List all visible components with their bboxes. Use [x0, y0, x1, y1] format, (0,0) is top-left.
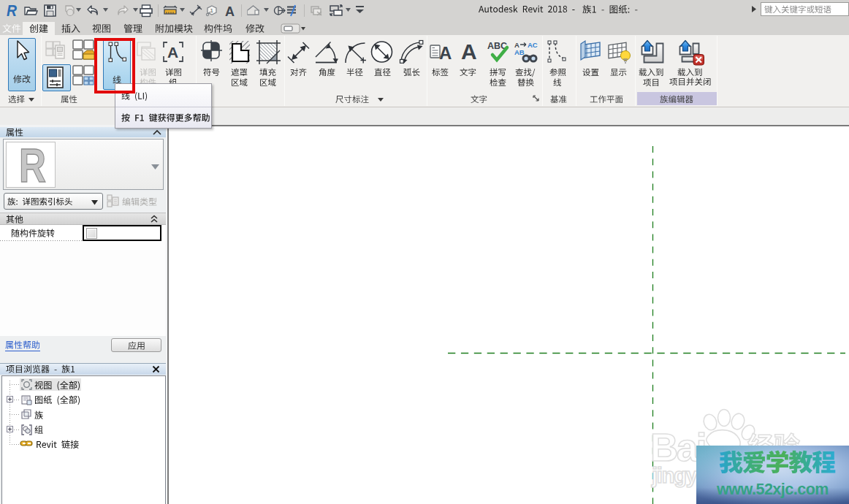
svg-text:A: A — [167, 44, 178, 61]
svg-text:AC: AC — [528, 41, 538, 49]
svg-text:R: R — [7, 1, 17, 19]
svg-text:A: A — [461, 39, 477, 64]
svg-text:R: R — [19, 140, 46, 192]
svg-text:A: A — [225, 4, 235, 19]
svg-text:1: 1 — [210, 7, 214, 14]
svg-text:A: A — [439, 43, 452, 63]
svg-text:AB: AB — [514, 48, 525, 56]
